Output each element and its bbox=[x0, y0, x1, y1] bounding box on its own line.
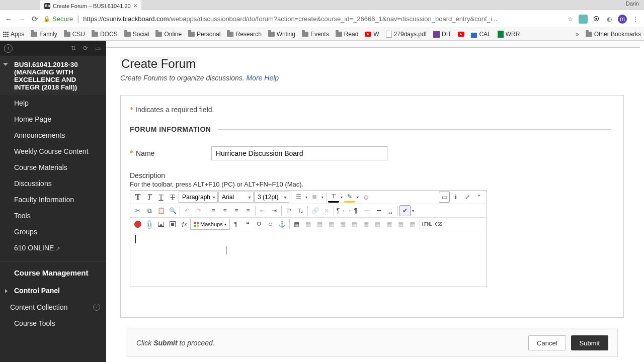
go-arrow-icon[interactable]: › bbox=[93, 304, 100, 311]
font-family-select[interactable]: Arial bbox=[218, 192, 254, 203]
insert-col-before-button[interactable]: ▦ bbox=[361, 219, 372, 230]
insert-link-button[interactable]: 🔗 bbox=[309, 205, 320, 216]
more-help-link[interactable]: More Help bbox=[247, 74, 279, 82]
insert-col-after-button[interactable]: ▦ bbox=[372, 219, 383, 230]
sidebar-folder-icon[interactable]: ▭ bbox=[95, 45, 102, 52]
nav-help[interactable]: Help bbox=[0, 95, 106, 111]
format-select[interactable]: Paragraph bbox=[179, 192, 218, 203]
nav-tools[interactable]: Tools bbox=[0, 208, 106, 224]
delete-col-button[interactable]: ▦ bbox=[384, 219, 395, 230]
nav-discussions[interactable]: Discussions bbox=[0, 175, 106, 192]
subscript-button[interactable]: T₂ bbox=[295, 205, 306, 216]
blockquote-button[interactable]: ❝ bbox=[242, 219, 253, 230]
attach-file-button[interactable]: 📎 bbox=[142, 217, 157, 232]
table-cell-props-button[interactable]: ▦ bbox=[314, 219, 326, 230]
bookmark-folder[interactable]: Events bbox=[302, 31, 329, 38]
insert-media-button[interactable] bbox=[167, 219, 178, 230]
nav-home-page[interactable]: Home Page bbox=[0, 111, 106, 127]
split-cells-button[interactable]: ▦ bbox=[407, 219, 418, 230]
reload-button[interactable]: ⟳ bbox=[30, 15, 39, 24]
symbol-button[interactable]: Ω bbox=[254, 219, 265, 230]
nav-announcements[interactable]: Announcements bbox=[0, 127, 106, 143]
insert-row-after-button[interactable]: ▦ bbox=[338, 219, 349, 230]
tab-close-icon[interactable]: ✕ bbox=[133, 3, 137, 9]
bookmark-folder[interactable]: Online bbox=[155, 31, 182, 38]
chrome-profile-label[interactable]: Darin bbox=[626, 1, 639, 7]
add-menu-button[interactable]: + bbox=[4, 44, 13, 53]
collapse-toolbar-button[interactable]: ⌃ bbox=[473, 192, 485, 203]
italic-button[interactable]: T bbox=[144, 192, 155, 203]
bookmark-link[interactable]: CAL bbox=[471, 31, 491, 38]
remove-link-button[interactable]: ⤫ bbox=[321, 205, 332, 216]
help-button[interactable]: i bbox=[450, 192, 461, 203]
extension-3-icon[interactable]: ◐ bbox=[605, 15, 614, 24]
nbsp-button[interactable]: ␣ bbox=[385, 205, 396, 216]
show-nonprinting-button[interactable]: ¶ bbox=[230, 219, 242, 230]
underline-button[interactable]: T bbox=[155, 192, 167, 203]
bookmark-folder[interactable]: Writing bbox=[268, 31, 295, 38]
address-field[interactable]: https://csuniv.blackboard.com/webapps/di… bbox=[83, 15, 561, 23]
align-left-button[interactable]: ≡ bbox=[208, 205, 219, 216]
cancel-button[interactable]: Cancel bbox=[528, 335, 566, 350]
bookmark-link[interactable]: W bbox=[365, 31, 379, 38]
dropdown-caret-icon[interactable]: ▾ bbox=[340, 195, 344, 200]
bookmarks-overflow-icon[interactable]: » bbox=[576, 31, 579, 38]
merge-cells-button[interactable]: ▦ bbox=[395, 219, 407, 230]
extension-1-icon[interactable] bbox=[579, 15, 588, 24]
dropdown-caret-icon[interactable]: ▾ bbox=[411, 209, 415, 213]
nav-course-materials[interactable]: Course Materials bbox=[0, 159, 106, 175]
cut-button[interactable]: ✂ bbox=[132, 205, 143, 216]
back-button[interactable]: ← bbox=[4, 15, 13, 23]
delete-row-button[interactable]: ▦ bbox=[349, 219, 360, 230]
control-panel-toggle[interactable]: Control Panel bbox=[0, 282, 106, 299]
align-justify-button[interactable]: ≡ bbox=[243, 205, 254, 216]
bookmark-folder[interactable]: DOCS bbox=[92, 31, 118, 38]
preview-button[interactable]: ▭ bbox=[439, 192, 450, 203]
strikethrough-button[interactable]: T bbox=[167, 192, 178, 203]
superscript-button[interactable]: T² bbox=[283, 205, 294, 216]
forward-button[interactable]: → bbox=[17, 15, 26, 23]
html-view-button[interactable]: HTML bbox=[422, 219, 433, 230]
bookmark-folder[interactable]: Read bbox=[336, 31, 359, 38]
ltr-button[interactable]: ¶→ bbox=[336, 205, 347, 216]
bookmark-star-icon[interactable]: ☆ bbox=[566, 15, 575, 24]
rtl-button[interactable]: ←¶ bbox=[347, 205, 358, 216]
bookmark-folder[interactable]: CSU bbox=[64, 31, 85, 38]
bookmark-link[interactable]: DIT bbox=[433, 31, 451, 38]
nav-groups[interactable]: Groups bbox=[0, 224, 106, 240]
bookmark-link[interactable] bbox=[458, 32, 464, 37]
anchor-button[interactable]: ⚓ bbox=[277, 219, 288, 230]
extension-4-icon[interactable]: m bbox=[618, 15, 627, 24]
bookmark-link[interactable]: WRR bbox=[498, 31, 520, 38]
nav-610-online[interactable]: 610 ONLINE↗ bbox=[0, 240, 106, 256]
align-right-button[interactable]: ≡ bbox=[231, 205, 242, 216]
forum-name-input[interactable] bbox=[211, 146, 387, 160]
bookmark-folder[interactable]: Personal bbox=[188, 31, 220, 38]
highlight-color-button[interactable]: ✎ bbox=[344, 192, 355, 203]
table-row-props-button[interactable]: ▦ bbox=[303, 219, 314, 230]
other-bookmarks[interactable]: Other Bookmarks bbox=[586, 31, 641, 38]
math-editor-button[interactable]: ƒx bbox=[179, 219, 190, 230]
redo-button[interactable]: ↷ bbox=[193, 205, 204, 216]
dropdown-caret-icon[interactable]: ▾ bbox=[356, 195, 360, 200]
outdent-button[interactable]: ⇤ bbox=[257, 205, 268, 216]
paste-button[interactable]: 📋 bbox=[155, 205, 167, 216]
numbered-list-button[interactable]: ≣ bbox=[309, 192, 320, 203]
extension-2-icon[interactable]: ⦿ bbox=[592, 15, 601, 24]
content-collection-link[interactable]: Content Collection› bbox=[0, 299, 106, 315]
copy-button[interactable]: ⧉ bbox=[144, 205, 155, 216]
fullscreen-button[interactable]: ⤢ bbox=[462, 192, 473, 203]
css-view-button[interactable]: CSS bbox=[433, 219, 444, 230]
browser-tab[interactable]: Bb Create Forum – BUSI.61041.20 ✕ bbox=[40, 0, 141, 10]
sidebar-refresh-icon[interactable]: ⟳ bbox=[83, 45, 90, 52]
bookmark-folder[interactable]: Family bbox=[31, 31, 57, 38]
insert-table-button[interactable]: ▦ bbox=[291, 219, 302, 230]
bookmark-link[interactable]: 279days.pdf bbox=[386, 31, 427, 38]
align-center-button[interactable]: ≡ bbox=[219, 205, 230, 216]
description-textarea[interactable] bbox=[130, 231, 487, 287]
chrome-menu-icon[interactable]: ⋮ bbox=[631, 15, 640, 24]
secure-indicator[interactable]: 🔒Secure bbox=[43, 15, 73, 23]
sidebar-reorder-icon[interactable]: ⇅ bbox=[71, 45, 78, 52]
remove-formatting-button[interactable]: ◇ bbox=[360, 192, 371, 203]
dropdown-caret-icon[interactable]: ▾ bbox=[320, 195, 325, 200]
